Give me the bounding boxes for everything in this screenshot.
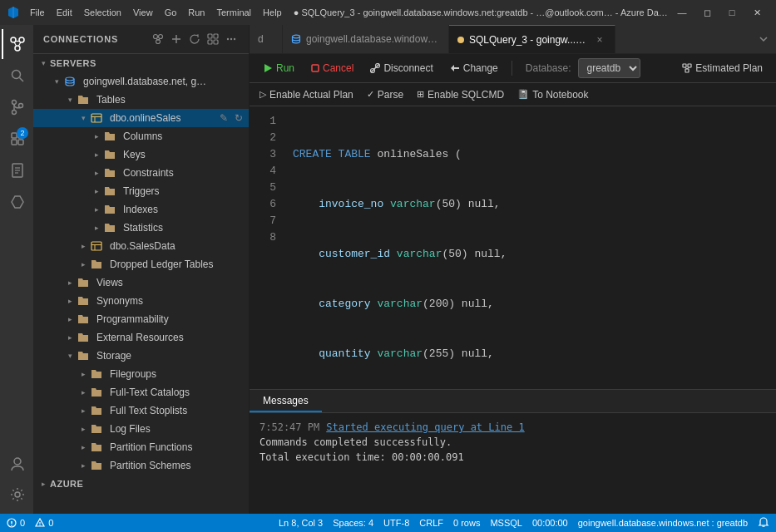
activity-settings[interactable] xyxy=(2,480,32,510)
svg-rect-38 xyxy=(91,114,101,122)
enable-actual-plan-button[interactable]: ▷ Enable Actual Plan xyxy=(256,87,357,102)
line-ending[interactable]: CRLF xyxy=(419,517,443,529)
dropped-ledger-item[interactable]: Dropped Ledger Tables xyxy=(33,255,249,273)
filegroups-item[interactable]: Filegroups xyxy=(33,365,249,383)
run-button[interactable]: Run xyxy=(256,60,301,76)
partition-functions-item[interactable]: Partition Functions xyxy=(33,438,249,456)
fulltext-stoplists-item[interactable]: Full Text Stoplists xyxy=(33,401,249,420)
svg-rect-33 xyxy=(214,40,218,44)
fulltext-catalogs-item[interactable]: Full-Text Catalogs xyxy=(33,383,249,401)
close-button[interactable]: ✕ xyxy=(744,0,769,25)
tab-server[interactable]: goingwell.database.windows.net:greatdb xyxy=(283,25,449,53)
menu-edit[interactable]: Edit xyxy=(52,6,77,19)
svg-point-37 xyxy=(66,77,74,81)
to-notebook-button[interactable]: 📓 To Notebook xyxy=(514,87,591,102)
menu-run[interactable]: Run xyxy=(183,6,210,19)
disconnect-button[interactable]: Disconnect xyxy=(363,60,439,76)
storage-folder[interactable]: Storage xyxy=(33,347,249,365)
cancel-button[interactable]: Cancel xyxy=(304,60,360,76)
menu-terminal[interactable]: Terminal xyxy=(212,6,257,19)
warning-count[interactable]: 0 xyxy=(35,518,53,528)
activity-git[interactable] xyxy=(2,187,32,217)
activity-notebooks[interactable] xyxy=(2,155,32,185)
fulltext-stoplists-label: Full Text Stoplists xyxy=(110,405,187,416)
activity-search[interactable] xyxy=(2,61,32,91)
messages-tab[interactable]: Messages xyxy=(250,390,322,412)
indexes-label: Indexes xyxy=(123,204,158,215)
tab-query[interactable]: SQLQuery_3 - goingw...ok.com) ● × xyxy=(449,25,615,53)
sales-data-table[interactable]: dbo.SalesData xyxy=(33,237,249,255)
code-line-2: invoice_no varchar(50) null, xyxy=(293,196,776,213)
indexes-icon xyxy=(103,203,116,216)
views-icon xyxy=(77,276,90,289)
azure-section[interactable]: AZURE xyxy=(33,475,249,493)
views-item[interactable]: Views xyxy=(33,273,249,292)
code-editor[interactable]: 1 2 3 4 5 6 7 8 CREATE TABLE onlineSales… xyxy=(250,106,776,389)
keys-item[interactable]: Keys xyxy=(33,145,249,164)
synonyms-item[interactable]: Synonyms xyxy=(33,292,249,310)
activity-extensions[interactable]: 2 xyxy=(2,124,32,154)
online-sales-table[interactable]: dbo.onlineSales ✎ ↻ xyxy=(33,109,249,127)
estimated-plan-icon xyxy=(682,63,692,73)
activity-connections[interactable] xyxy=(2,29,32,59)
menu-go[interactable]: Go xyxy=(160,6,182,19)
partition-schemes-icon xyxy=(90,459,103,472)
svg-rect-31 xyxy=(214,34,218,38)
tables-folder[interactable]: Tables xyxy=(33,91,249,109)
tab-overflow-button[interactable] xyxy=(751,25,776,53)
menu-help[interactable]: Help xyxy=(258,6,287,19)
server-arrow xyxy=(50,75,63,88)
language-mode[interactable]: MSSQL xyxy=(490,517,522,529)
results-messages: 7:52:47 PM Started executing query at Li… xyxy=(250,413,776,514)
menu-view[interactable]: View xyxy=(128,6,158,19)
external-resources-item[interactable]: External Resources xyxy=(33,328,249,347)
menu-selection[interactable]: Selection xyxy=(79,6,126,19)
database-select[interactable]: greatdb xyxy=(578,58,640,78)
restore-button[interactable]: ◻ xyxy=(694,0,719,25)
edit-table-button[interactable]: ✎ xyxy=(217,111,230,125)
partition-schemes-item[interactable]: Partition Schemes xyxy=(33,456,249,475)
refresh-button[interactable] xyxy=(187,32,202,47)
log-files-item[interactable]: Log Files xyxy=(33,420,249,438)
new-connection-button[interactable] xyxy=(151,32,166,47)
sidebar: CONNECTIONS xyxy=(33,25,250,514)
group-button[interactable] xyxy=(205,32,220,47)
activity-account[interactable] xyxy=(2,449,32,479)
parse-button[interactable]: ✓ Parse xyxy=(363,87,407,102)
window-title: ● SQLQuery_3 - goingwell.database.window… xyxy=(294,7,670,17)
result-exec-time: Total execution time: 00:00:00.091 xyxy=(259,450,464,465)
change-button[interactable]: Change xyxy=(443,60,505,76)
log-files-icon xyxy=(90,422,103,436)
columns-item[interactable]: Columns xyxy=(33,127,249,145)
indent-info[interactable]: Spaces: 4 xyxy=(333,517,373,529)
result-message-link[interactable]: Started executing query at Line 1 xyxy=(326,420,524,435)
activity-source-control[interactable] xyxy=(2,92,32,122)
constraints-item[interactable]: Constraints xyxy=(33,164,249,182)
tab-d[interactable]: d xyxy=(250,25,283,53)
triggers-item[interactable]: Triggers xyxy=(33,182,249,200)
encoding-info[interactable]: UTF-8 xyxy=(383,517,409,529)
notification-bell-icon[interactable] xyxy=(758,517,769,529)
server-node[interactable]: goingwell.database.net, g… xyxy=(33,72,249,91)
refresh-table-button[interactable]: ↻ xyxy=(232,111,245,125)
enable-sqlcmd-button[interactable]: ⊞ Enable SQLCMD xyxy=(413,87,507,102)
menu-bar: File Edit Selection View Go Run Terminal… xyxy=(25,6,287,19)
minimize-button[interactable]: — xyxy=(670,0,694,25)
more-actions-button[interactable] xyxy=(224,32,239,47)
programmability-item[interactable]: Programmability xyxy=(33,310,249,328)
maximize-button[interactable]: □ xyxy=(719,0,744,25)
svg-point-9 xyxy=(12,111,17,115)
cursor-position[interactable]: Ln 8, Col 3 xyxy=(279,517,323,529)
estimated-plan-button[interactable]: Estimated Plan xyxy=(675,60,769,76)
servers-section[interactable]: SERVERS xyxy=(33,54,249,72)
sidebar-tree: SERVERS goingwell.database.net, g… Table… xyxy=(33,54,249,514)
indexes-item[interactable]: Indexes xyxy=(33,200,249,219)
error-count[interactable]: 0 xyxy=(7,518,25,528)
menu-file[interactable]: File xyxy=(25,6,50,19)
tab-close-button[interactable]: × xyxy=(593,33,606,47)
editor-text[interactable]: CREATE TABLE onlineSales ( invoice_no va… xyxy=(283,106,776,389)
svg-rect-51 xyxy=(688,64,691,67)
statistics-item[interactable]: Statistics xyxy=(33,219,249,237)
line-num-3: 3 xyxy=(250,146,276,163)
add-connection-button[interactable] xyxy=(169,32,184,47)
